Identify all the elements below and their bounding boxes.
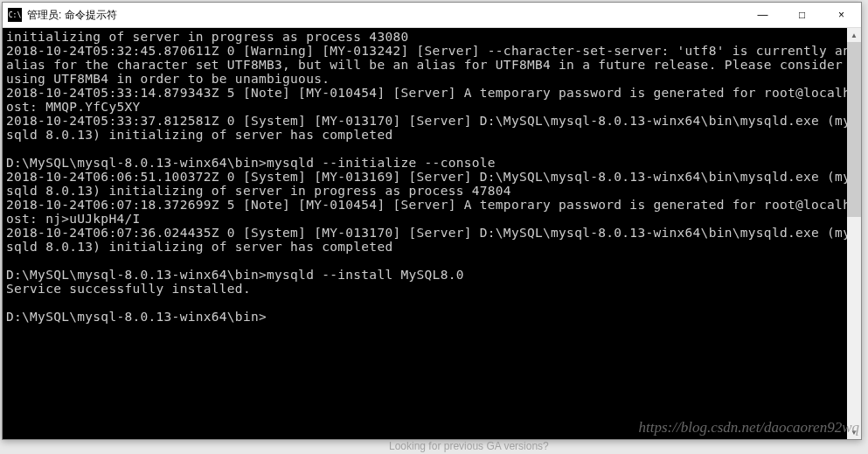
titlebar[interactable]: C:\ 管理员: 命令提示符 — □ × — [3, 3, 861, 28]
scrollbar-up-button[interactable]: ▲ — [847, 28, 861, 42]
terminal-output[interactable]: initializing of server in progress as pr… — [3, 28, 861, 439]
minimize-button[interactable]: — — [743, 3, 782, 27]
background-page-text: Looking for previous GA versions? — [389, 440, 549, 452]
cmd-window: C:\ 管理员: 命令提示符 — □ × initializing of ser… — [2, 2, 862, 440]
cmd-icon: C:\ — [8, 8, 22, 22]
scrollbar-down-button[interactable]: ▼ — [847, 425, 861, 439]
window-title: 管理员: 命令提示符 — [27, 8, 743, 23]
window-controls: — □ × — [743, 3, 861, 27]
close-button[interactable]: × — [822, 3, 861, 27]
scrollbar[interactable]: ▲ ▼ — [847, 28, 861, 439]
scrollbar-thumb[interactable] — [847, 42, 861, 217]
maximize-button[interactable]: □ — [782, 3, 822, 27]
